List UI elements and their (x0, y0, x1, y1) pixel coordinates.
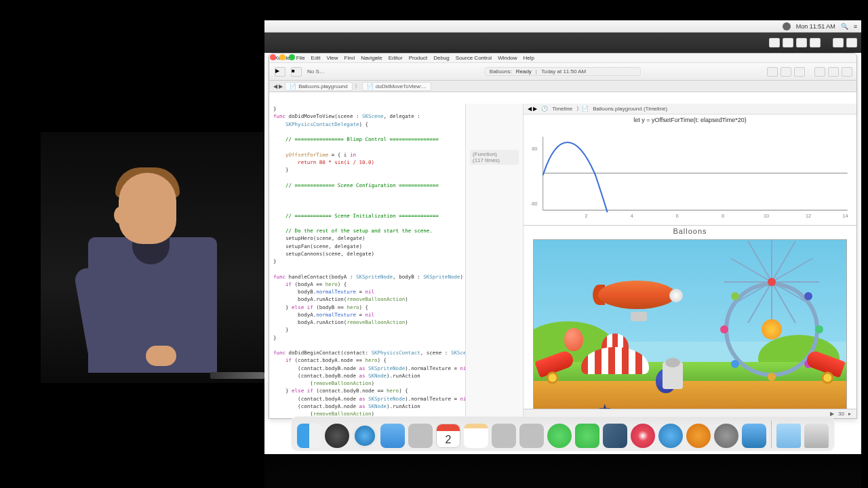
standard-editor-button[interactable] (767, 67, 778, 77)
share-button[interactable] (833, 38, 844, 47)
code-editor[interactable]: } func doDidMoveToView(scene : SKScene, … (269, 104, 466, 418)
dock-reminders-icon[interactable] (492, 424, 516, 448)
stage-background: • • • • • • • • • • • • (41, 132, 264, 383)
menu-help[interactable]: Help (524, 55, 534, 61)
menubar-notifications-icon[interactable]: ≡ (854, 23, 857, 30)
live-view-title: Balloons (524, 226, 856, 237)
svg-text:80: 80 (532, 146, 537, 152)
toggle-debug-button[interactable] (828, 67, 839, 77)
version-editor-button[interactable] (794, 67, 805, 77)
tags-button[interactable] (846, 38, 857, 47)
gutter-function-label: (Function) (473, 151, 516, 157)
dock-mail-icon[interactable] (380, 424, 405, 448)
toggle-utilities-button[interactable] (842, 67, 852, 77)
menubar-spotlight-icon[interactable] (783, 22, 791, 30)
results-gutter: (Function) (117 times) (466, 104, 524, 418)
fps-value: 30 (838, 411, 844, 417)
assistant-pane: ◀ ▶ 🕐 Timeline 〉📄 Balloons.playground (T… (524, 104, 856, 418)
dock-launchpad-icon[interactable] (325, 424, 349, 448)
window-traffic-lights[interactable] (270, 54, 295, 60)
dock-maps-icon[interactable] (519, 424, 544, 448)
finder-toolbar (264, 33, 861, 53)
timeline-label: Timeline (552, 106, 572, 112)
dock-facetime-icon[interactable] (575, 424, 599, 448)
menu-editor[interactable]: Editor (389, 55, 403, 61)
chart-expression: let y = yOffsetForTime(t: elapsedTime*20… (524, 115, 856, 125)
dock-photobooth-icon[interactable] (603, 424, 627, 448)
dock-trash-icon[interactable] (804, 424, 829, 448)
xcode-toolbar: ▶ ■ No S… Balloons: Ready | Today at 11:… (269, 63, 856, 81)
menu-navigate[interactable]: Navigate (361, 55, 382, 61)
assistant-jump-bar[interactable]: ◀ ▶ 🕐 Timeline 〉📄 Balloons.playground (T… (524, 104, 856, 115)
balloon-orange (564, 328, 583, 351)
menu-source-control[interactable]: Source Control (456, 55, 492, 61)
svg-text:-80: -80 (530, 201, 537, 207)
circus-tent (581, 333, 649, 374)
menu-window[interactable]: Window (498, 55, 517, 61)
svg-text:8: 8 (722, 213, 724, 219)
gutter-count-label: (117 times) (473, 157, 516, 163)
view-column-button[interactable] (796, 38, 807, 47)
menu-file[interactable]: File (296, 55, 305, 61)
menubar-search-icon[interactable]: 🔍 (841, 23, 848, 30)
view-cover-button[interactable] (810, 38, 821, 47)
xcode-app-menu[interactable]: Xcode File Edit View Find Navigate Edito… (269, 54, 856, 63)
tab-playground[interactable]: 📄 Balloons.playground (285, 82, 353, 91)
dock-downloads-icon[interactable] (776, 424, 801, 448)
dock-xcode-icon[interactable] (742, 424, 766, 448)
blimp (598, 281, 686, 314)
mac-desktop: Mon 11:51 AM 🔍 ≡ Xcode File Edit View (264, 20, 861, 454)
dock-notes-icon[interactable] (464, 424, 488, 448)
xcode-window: Xcode File Edit View Find Navigate Edito… (269, 53, 857, 419)
menubar-clock: Mon 11:51 AM (796, 23, 835, 30)
status-state: Ready (516, 68, 532, 75)
svg-text:12: 12 (806, 213, 811, 219)
toggle-navigator-button[interactable] (814, 67, 825, 77)
dock-appstore-icon[interactable] (658, 424, 683, 448)
scheme-selector[interactable]: No S… (307, 68, 325, 75)
dock-finder-icon[interactable] (297, 424, 321, 448)
menu-debug[interactable]: Debug (433, 55, 450, 61)
presenter (75, 159, 210, 369)
svg-text:4: 4 (631, 213, 633, 219)
dock-preferences-icon[interactable] (714, 424, 738, 448)
jump-bar[interactable]: ◀ ▶ 📄 Balloons.playground 〉 📄 doDidMoveT… (269, 81, 856, 92)
dock-itunes-icon[interactable] (631, 424, 655, 448)
stop-button[interactable]: ■ (291, 67, 302, 77)
view-icon-button[interactable] (769, 38, 780, 47)
skview-balloons-scene[interactable]: ★ (533, 239, 847, 410)
run-button[interactable]: ▶ (275, 67, 285, 77)
minimize-button[interactable] (279, 54, 285, 60)
value-history-chart[interactable]: 80 -80 2 4 6 8 10 12 14 (524, 125, 856, 226)
activity-status: Balloons: Ready | Today at 11:50 AM (485, 67, 641, 76)
status-time: Today at 11:50 AM (541, 68, 586, 75)
menu-view[interactable]: View (326, 55, 338, 61)
svg-text:14: 14 (843, 213, 848, 219)
zoom-button[interactable] (289, 54, 295, 60)
dock-calendar-icon[interactable] (436, 424, 460, 448)
dock-contacts-icon[interactable] (408, 424, 433, 448)
timeline-file: Balloons.playground (Timeline) (593, 106, 667, 112)
fan-sprite (663, 362, 683, 389)
svg-text:6: 6 (676, 213, 679, 219)
mac-menubar: Mon 11:51 AM 🔍 ≡ (264, 20, 861, 33)
svg-text:2: 2 (585, 213, 588, 219)
menu-product[interactable]: Product (409, 55, 428, 61)
dock-messages-icon[interactable] (547, 424, 572, 448)
menu-find[interactable]: Find (344, 55, 355, 61)
view-list-button[interactable] (783, 38, 793, 47)
close-button[interactable] (270, 54, 276, 60)
live-view-panel: Balloons (524, 226, 856, 418)
tab-function[interactable]: 📄 doDidMoveToView:... (362, 82, 431, 91)
menu-edit[interactable]: Edit (311, 55, 321, 61)
dock-safari-icon[interactable] (353, 424, 377, 448)
dock-separator (771, 421, 772, 448)
status-project: Balloons: (490, 68, 512, 75)
dock-ibooks-icon[interactable] (686, 424, 711, 448)
assistant-editor-button[interactable] (781, 67, 791, 77)
mac-dock[interactable] (291, 416, 835, 451)
laptop-edge (210, 372, 264, 379)
svg-text:10: 10 (764, 213, 769, 219)
